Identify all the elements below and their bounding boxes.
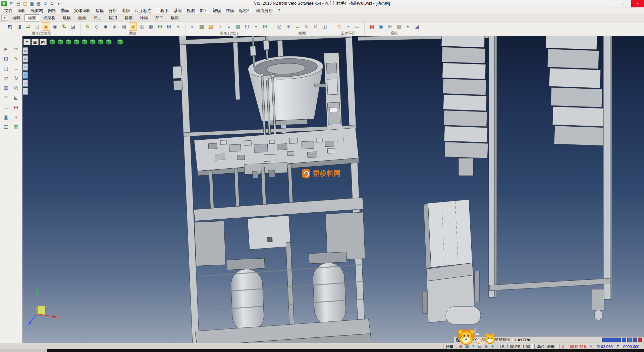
- ribbon-tab[interactable]: 曲面: [75, 14, 90, 21]
- view-cube-left[interactable]: [81, 39, 88, 45]
- globe-icon[interactable]: ◉: [377, 22, 385, 31]
- screen-tool-icon[interactable]: ⊡: [9, 1, 15, 7]
- rotate-icon[interactable]: ↻: [12, 74, 20, 82]
- texture-icon[interactable]: ▨: [198, 22, 206, 31]
- multi-view-icon[interactable]: ◫: [321, 22, 329, 31]
- menu-item[interactable]: 系统: [171, 7, 184, 14]
- open-file-icon[interactable]: ◰: [22, 1, 28, 7]
- ribbon-tab[interactable]: 尺寸: [90, 14, 105, 21]
- viewport-canvas[interactable]: Y X Z ≡ ▣◩: [22, 36, 644, 343]
- view-cube-iso[interactable]: [49, 39, 56, 45]
- close-button[interactable]: ×: [631, 0, 644, 7]
- menu-item[interactable]: ?: [275, 8, 282, 14]
- color-swatch-red[interactable]: [638, 338, 642, 342]
- properties-panel-icon[interactable]: ▥: [12, 123, 20, 131]
- view-cube-back[interactable]: [73, 39, 80, 45]
- minimize-button[interactable]: ─: [606, 0, 619, 7]
- ribbon-tab[interactable]: 编辑: [9, 14, 24, 21]
- measure-icon[interactable]: ↔: [12, 64, 20, 73]
- window-view-icon[interactable]: ▣: [32, 39, 39, 45]
- active-layer-label[interactable]: LAYER0: [515, 338, 530, 342]
- array-icon[interactable]: ▦: [2, 84, 10, 92]
- matrix-icon[interactable]: ▩: [395, 22, 403, 31]
- group-icon[interactable]: ▣: [2, 113, 10, 121]
- link-filter-icon[interactable]: ◫: [33, 22, 41, 31]
- print-icon[interactable]: ▦: [36, 1, 42, 7]
- menu-item[interactable]: 视图: [184, 7, 197, 14]
- render-icon[interactable]: ◐: [189, 22, 197, 31]
- regen-icon[interactable]: ↻: [84, 22, 92, 31]
- transparency-icon[interactable]: ▩: [234, 22, 242, 31]
- gallery-icon[interactable]: ⊞: [261, 22, 269, 31]
- ribbon-tab[interactable]: 塑模: [121, 14, 136, 21]
- color-swatch[interactable]: [622, 338, 626, 342]
- select-filter-icon[interactable]: ◩: [6, 22, 14, 31]
- side-tab-icon[interactable]: ▭: [23, 88, 28, 95]
- menu-item[interactable]: 网格: [46, 7, 59, 14]
- view-cube-right[interactable]: [89, 39, 96, 45]
- break-icon[interactable]: ⊟: [12, 103, 20, 112]
- ribbon-tab[interactable]: 模流: [167, 14, 182, 21]
- trim-icon[interactable]: ✂: [12, 45, 20, 53]
- side-tab-icon[interactable]: ▭: [23, 80, 28, 87]
- qa-dropdown-caret-icon[interactable]: ▾: [56, 1, 62, 7]
- pan-icon[interactable]: ↔: [293, 22, 302, 31]
- workplane-align-icon[interactable]: ▱: [353, 22, 361, 31]
- background-icon[interactable]: ⊡: [243, 22, 251, 31]
- menu-item[interactable]: 塑模: [210, 7, 223, 14]
- sheet-icon[interactable]: ▥: [138, 22, 146, 31]
- menu-item[interactable]: 编辑: [15, 7, 28, 14]
- highlight-filter-icon[interactable]: ▣: [42, 22, 50, 31]
- tab-overflow-caret-icon[interactable]: ▼: [1, 15, 8, 21]
- side-tab-icon[interactable]: ▭: [23, 47, 28, 54]
- viewbar-menu-icon[interactable]: ≡: [23, 39, 31, 45]
- chamfer-icon[interactable]: ◣: [12, 93, 20, 102]
- ribbon-tab[interactable]: 应用: [106, 14, 120, 21]
- snowflake-icon[interactable]: ∗: [404, 22, 412, 31]
- mirror-icon[interactable]: ◫: [2, 64, 10, 73]
- view-cube-top[interactable]: [57, 39, 64, 45]
- previous-view-icon[interactable]: ↺: [312, 22, 320, 31]
- menu-item[interactable]: 工程图: [154, 7, 171, 14]
- menu-item[interactable]: 文件: [2, 7, 15, 14]
- menu-item[interactable]: 分析: [106, 7, 119, 14]
- select-icon[interactable]: ►: [2, 45, 10, 53]
- box-stack-icon[interactable]: ⊞: [156, 22, 164, 31]
- active-color-swatch[interactable]: [602, 338, 621, 342]
- layers-panel-icon[interactable]: ▤: [2, 123, 10, 131]
- menu-item[interactable]: 标准件: [236, 7, 254, 14]
- material-icon[interactable]: ▧: [207, 22, 215, 31]
- wireframe-icon[interactable]: ◇: [93, 22, 101, 31]
- save-icon[interactable]: ▣: [29, 1, 35, 7]
- swap-filter-icon[interactable]: ⇄: [24, 22, 32, 31]
- graphics-settings-icon[interactable]: ∗: [174, 22, 182, 31]
- offset-icon[interactable]: ◎: [12, 84, 20, 92]
- ribbon-tab[interactable]: 加工: [152, 14, 167, 21]
- menu-item[interactable]: 电极: [119, 7, 132, 14]
- element-filter-icon[interactable]: ◉: [51, 22, 59, 31]
- zoom-all-icon[interactable]: ◎: [275, 22, 283, 31]
- redo-icon[interactable]: ↻: [49, 1, 55, 7]
- view-cube-front[interactable]: [65, 39, 72, 45]
- snap-toggle-button[interactable]: 拴车: [443, 344, 456, 349]
- move-icon[interactable]: ⇄: [2, 74, 10, 82]
- color-swatch[interactable]: [633, 338, 637, 342]
- undo-icon[interactable]: ↺: [42, 1, 48, 7]
- side-tab-icon[interactable]: ▭: [23, 72, 28, 79]
- view-mode-label[interactable]: 绝对视图: [495, 337, 510, 342]
- view-cube-trimetric[interactable]: [117, 39, 123, 45]
- grid-box-icon[interactable]: ⊠: [165, 22, 173, 31]
- explode-icon[interactable]: ∗: [12, 113, 20, 121]
- ribbon-tab[interactable]: 标准: [24, 14, 39, 21]
- order-filter-icon[interactable]: ⇅: [60, 22, 68, 31]
- fillet-icon[interactable]: ◠: [2, 93, 10, 102]
- extend-icon[interactable]: →: [2, 103, 10, 112]
- zoom-window-icon[interactable]: ⊞: [284, 22, 292, 31]
- palette-icon[interactable]: ▦: [368, 22, 376, 31]
- menu-item[interactable]: 模流分析: [254, 7, 275, 14]
- search-filter-icon[interactable]: ◨: [15, 22, 23, 31]
- shade-icon[interactable]: ◆: [102, 22, 110, 31]
- dynamic-highlight-icon[interactable]: ▣: [129, 22, 137, 31]
- side-tab-icon[interactable]: ▭: [23, 63, 28, 71]
- ramp-icon[interactable]: ◢: [413, 22, 421, 31]
